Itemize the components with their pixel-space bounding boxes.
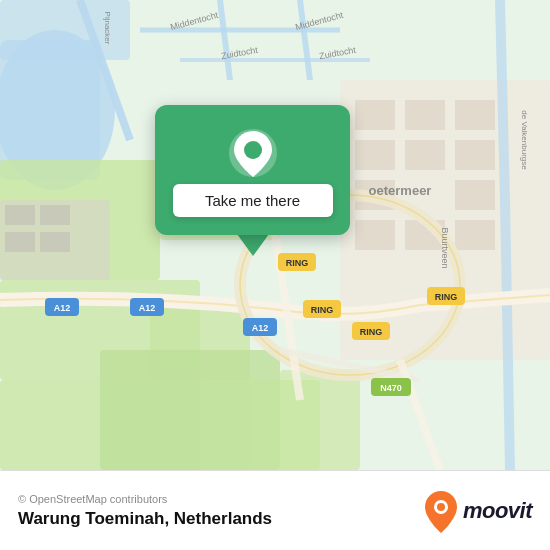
bottom-bar: © OpenStreetMap contributors Warung Toem… <box>0 470 550 550</box>
svg-text:RING: RING <box>360 327 383 337</box>
location-name: Warung Toeminah, Netherlands <box>18 509 272 529</box>
svg-text:RING: RING <box>311 305 334 315</box>
svg-text:N470: N470 <box>380 383 402 393</box>
svg-text:RING: RING <box>435 292 458 302</box>
svg-text:RING: RING <box>286 258 309 268</box>
popup-card: Take me there <box>155 105 350 235</box>
copyright-text: © OpenStreetMap contributors <box>18 493 272 505</box>
svg-point-58 <box>244 141 262 159</box>
svg-text:Buurtveen: Buurtveen <box>440 227 450 268</box>
svg-rect-20 <box>455 100 495 130</box>
svg-rect-2 <box>0 40 100 180</box>
take-me-there-button[interactable]: Take me there <box>173 184 333 217</box>
popup-tail <box>237 234 269 256</box>
svg-rect-15 <box>5 232 35 252</box>
map-popup: Take me there <box>155 105 350 256</box>
svg-rect-16 <box>40 232 70 252</box>
svg-rect-18 <box>355 100 395 130</box>
svg-text:A12: A12 <box>54 303 71 313</box>
location-pin-icon <box>227 127 279 189</box>
moovit-pin-icon <box>423 489 459 533</box>
svg-point-60 <box>437 503 445 511</box>
svg-rect-21 <box>355 140 395 170</box>
svg-text:Pijnacker: Pijnacker <box>103 12 112 45</box>
svg-text:de Valkenburgse: de Valkenburgse <box>520 110 529 170</box>
svg-rect-14 <box>40 205 70 225</box>
map-container: A12 A12 A12 RING RING RING RING N470 Mid… <box>0 0 550 470</box>
svg-rect-19 <box>405 100 445 130</box>
svg-rect-23 <box>455 140 495 170</box>
svg-text:A12: A12 <box>139 303 156 313</box>
svg-rect-13 <box>5 205 35 225</box>
moovit-logo[interactable]: moovit <box>423 489 532 533</box>
svg-rect-28 <box>455 220 495 250</box>
svg-rect-26 <box>355 220 395 250</box>
svg-rect-22 <box>405 140 445 170</box>
svg-rect-11 <box>280 370 360 470</box>
svg-text:A12: A12 <box>252 323 269 333</box>
svg-text:oetermeer: oetermeer <box>369 183 432 198</box>
moovit-wordmark: moovit <box>463 498 532 524</box>
svg-rect-25 <box>455 180 495 210</box>
bottom-left: © OpenStreetMap contributors Warung Toem… <box>18 493 272 529</box>
